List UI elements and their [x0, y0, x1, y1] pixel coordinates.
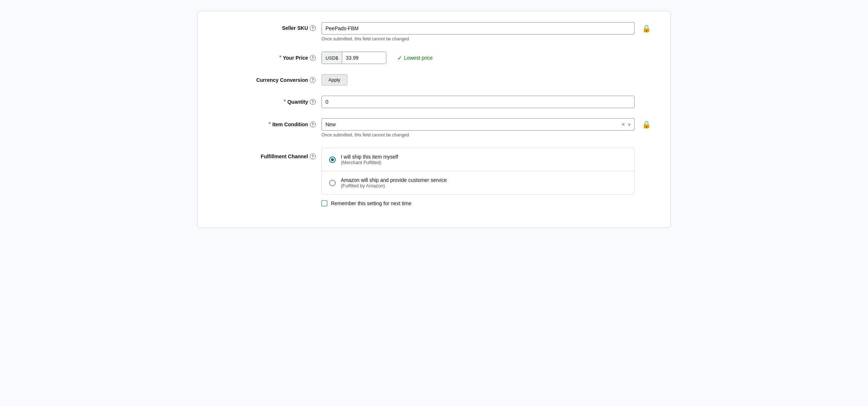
seller-sku-help-icon[interactable]: ?: [310, 25, 316, 31]
remember-setting-row: Remember this setting for next time: [321, 200, 648, 206]
quantity-input[interactable]: [321, 96, 635, 108]
quantity-help-icon[interactable]: ?: [310, 99, 316, 105]
currency-conversion-label-col: Currency Conversion ?: [220, 74, 321, 83]
currency-conversion-label: Currency Conversion: [256, 77, 308, 83]
check-icon: ✓: [397, 55, 402, 61]
quantity-required-star: *: [284, 99, 286, 105]
item-condition-select-wrapper: New Used - Like New Used - Very Good Use…: [321, 118, 635, 131]
form-container: Seller SKU ? 🔒 Once submitted, this fiel…: [197, 11, 671, 228]
fulfillment-channel-label: Fulfillment Channel: [261, 154, 308, 159]
lowest-price-badge: ✓ Lowest price: [397, 55, 433, 61]
currency-label: USD$: [322, 52, 342, 64]
fulfillment-merchant-label: I will ship this item myself: [341, 154, 398, 160]
item-condition-input-row: New Used - Like New Used - Very Good Use…: [321, 118, 651, 131]
price-input[interactable]: [342, 52, 386, 64]
item-condition-help-icon[interactable]: ?: [310, 122, 316, 127]
fulfillment-merchant-label-group: I will ship this item myself (Merchant F…: [341, 154, 398, 165]
your-price-row: * Your Price ? USD$ ✓ Lowest price: [220, 52, 648, 64]
your-price-input-col: USD$ ✓ Lowest price: [321, 52, 648, 64]
seller-sku-label: Seller SKU: [282, 25, 308, 31]
seller-sku-lock-icon: 🔒: [642, 24, 651, 33]
fulfillment-channel-row: Fulfillment Channel ? I will ship this i…: [220, 148, 648, 206]
apply-button[interactable]: Apply: [321, 74, 347, 85]
item-condition-label: Item Condition: [272, 122, 308, 127]
your-price-label: Your Price: [283, 55, 308, 61]
item-condition-select[interactable]: New Used - Like New Used - Very Good Use…: [321, 118, 635, 131]
fulfillment-amazon-label: Amazon will ship and provide customer se…: [341, 177, 447, 183]
seller-sku-input-row: 🔒: [321, 22, 651, 35]
fulfillment-amazon-label-group: Amazon will ship and provide customer se…: [341, 177, 447, 188]
price-currency-wrapper: USD$: [321, 52, 386, 64]
item-condition-row: * Item Condition ? New Used - Like New U…: [220, 118, 648, 138]
lowest-price-label: Lowest price: [404, 55, 433, 61]
quantity-row: * Quantity ?: [220, 96, 648, 108]
fulfillment-merchant-radio[interactable]: [329, 156, 336, 163]
seller-sku-input-col: 🔒 Once submitted, this field cannot be c…: [321, 22, 651, 41]
currency-conversion-row: Currency Conversion ? Apply: [220, 74, 648, 85]
fulfillment-channel-input-col: I will ship this item myself (Merchant F…: [321, 148, 648, 206]
seller-sku-input[interactable]: [321, 22, 635, 35]
currency-conversion-help-icon[interactable]: ?: [310, 77, 316, 83]
quantity-input-col: [321, 96, 648, 108]
quantity-label: Quantity: [287, 99, 308, 105]
fulfillment-amazon-sublabel: (Fulfilled by Amazon): [341, 183, 447, 188]
item-condition-input-col: New Used - Like New Used - Very Good Use…: [321, 118, 651, 138]
seller-sku-label-col: Seller SKU ?: [220, 22, 321, 31]
your-price-help-icon[interactable]: ?: [310, 55, 316, 61]
currency-conversion-input-col: Apply: [321, 74, 648, 85]
your-price-required-star: *: [279, 55, 281, 61]
item-condition-required-star: *: [269, 121, 271, 128]
fulfillment-channel-label-col: Fulfillment Channel ?: [220, 148, 321, 159]
item-condition-hint: Once submitted, this field cannot be cha…: [321, 132, 651, 138]
item-condition-label-col: * Item Condition ?: [220, 118, 321, 128]
quantity-label-col: * Quantity ?: [220, 96, 321, 105]
seller-sku-row: Seller SKU ? 🔒 Once submitted, this fiel…: [220, 22, 648, 41]
your-price-input-row: USD$ ✓ Lowest price: [321, 52, 648, 64]
remember-setting-checkbox[interactable]: [321, 200, 327, 206]
fulfillment-options-box: I will ship this item myself (Merchant F…: [321, 148, 635, 195]
item-condition-lock-icon: 🔒: [642, 120, 651, 129]
fulfillment-amazon-radio[interactable]: [329, 180, 336, 186]
seller-sku-hint: Once submitted, this field cannot be cha…: [321, 36, 651, 41]
currency-conversion-input-row: Apply: [321, 74, 648, 85]
fulfillment-channel-help-icon[interactable]: ?: [310, 154, 316, 159]
remember-setting-label: Remember this setting for next time: [331, 200, 411, 206]
your-price-label-col: * Your Price ?: [220, 52, 321, 61]
select-clear-icon[interactable]: ×: [622, 122, 625, 127]
fulfillment-merchant-option[interactable]: I will ship this item myself (Merchant F…: [322, 148, 634, 171]
fulfillment-amazon-option[interactable]: Amazon will ship and provide customer se…: [322, 171, 634, 194]
fulfillment-merchant-sublabel: (Merchant Fulfilled): [341, 160, 398, 165]
